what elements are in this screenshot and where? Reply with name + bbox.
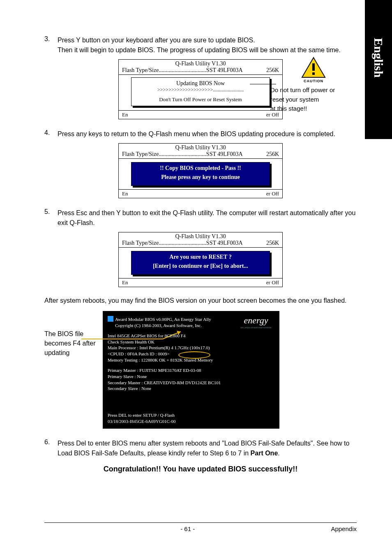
boot-l2: Copyright (C) 1984-2003, Award Software,…: [115, 323, 202, 328]
step-5-text: Press Esc and then Y button to exit the …: [58, 208, 357, 228]
qflash-foot-off-3: er Off: [266, 279, 279, 286]
boot-l4: Check System Health OK: [108, 339, 154, 344]
figure-reset: Q-Flash Utility V1.30 Flash Type/Size...…: [44, 232, 357, 287]
caution-line2: reset your system: [270, 96, 319, 103]
side-language-tab: English: [365, 0, 392, 139]
qflash-box-completed: Q-Flash Utility V1.30 Flash Type/Size...…: [118, 143, 283, 198]
boot-l6: <CPUID : 0F0A Patch ID : 0009>: [108, 351, 170, 356]
page-number: - 61 -: [180, 525, 195, 532]
qflash-body-3: Are you sure to RESET ? [Enter] to conti…: [119, 248, 282, 278]
caution-line3: at this stage!!: [270, 105, 307, 112]
congratulation-text: Congratulation!! You have updated BIOS s…: [44, 465, 357, 473]
main-content: 3. Press Y button on your keyboard after…: [44, 35, 357, 473]
language-label: English: [371, 38, 385, 78]
boot-l8: Primary Master : FUJITSU MPE3170AT ED-03…: [108, 368, 201, 373]
step-5: 5. Press Esc and then Y button to exit t…: [44, 208, 357, 228]
updating-progress: >>>>>>>>>>>>>>>>>>>>....................…: [134, 87, 267, 93]
boot-label: The BIOS file becomes F4 after updating: [44, 329, 98, 358]
svg-rect-2: [312, 72, 315, 75]
qflash-inner-completed: !! Copy BIOS completed - Pass !! Please …: [131, 162, 270, 186]
updating-warn: Don't Turn Off Power or Reset System: [134, 96, 267, 103]
qflash-box-reset: Q-Flash Utility V1.30 Flash Type/Size...…: [118, 232, 283, 287]
boot-block-4: Press DEL to enter SETUP / Q-Flash 03/18…: [108, 412, 274, 425]
qflash-foot-2: En er Off: [119, 189, 282, 198]
boot-l10: Secondary Master : CREATIVEDVD-RM DVD124…: [108, 380, 221, 385]
step-3: 3. Press Y button on your keyboard after…: [44, 35, 357, 55]
section-name: Appendix: [331, 525, 357, 532]
boot-l12: Press DEL to enter SETUP / Q-Flash: [108, 413, 175, 418]
step-6-textA: Press Del to enter BIOS menu after syste…: [58, 440, 349, 457]
figure-completed: Q-Flash Utility V1.30 Flash Type/Size...…: [44, 143, 357, 198]
qflash-flash-label-3: Flash Type/Size.........................…: [122, 240, 243, 246]
qflash-foot-3: En er Off: [119, 278, 282, 287]
svg-rect-1: [312, 63, 315, 71]
boot-l5: Main Processor : Intel Pentium(R) 4 1.7G…: [108, 345, 210, 350]
completed-line2: Please press any key to continue: [134, 174, 267, 181]
step-3-line2: Then it will begin to update BIOS. The p…: [58, 46, 341, 53]
step-3-number: 3.: [44, 35, 58, 55]
step-4: 4. Press any keys to return to the Q-Fla…: [44, 129, 357, 139]
boot-block-2: Intel 845GE AGPSet BIOS for 8GE800 F4 Ch…: [108, 333, 274, 363]
qflash-foot-en: En: [122, 111, 128, 118]
boot-l11: Secondary Slave : None: [108, 386, 151, 391]
qflash-flash-row-2: Flash Type/Size.........................…: [119, 151, 282, 159]
qflash-inner-reset: Are you sure to RESET ? [Enter] to conti…: [131, 251, 270, 275]
step-6-text: Press Del to enter BIOS menu after syste…: [58, 439, 357, 458]
qflash-flash-label: Flash Type/Size.........................…: [122, 67, 243, 74]
energy-text: energy: [237, 314, 275, 327]
caution-icon: [301, 57, 326, 78]
step-6-textB: Part One: [251, 450, 278, 457]
after-reboot-text: After system reboots, you may find the B…: [44, 297, 357, 304]
energy-logo: energy EPA POLLUTION PREVENTER: [237, 314, 275, 329]
qflash-body-2: !! Copy BIOS completed - Pass !! Please …: [119, 159, 282, 189]
page-footer: - 61 - Appendix: [44, 522, 357, 532]
step-3-line1: Press Y button on your keyboard after yo…: [58, 37, 255, 44]
step-5-number: 5.: [44, 208, 58, 228]
caution-label: CAUTION: [270, 79, 357, 83]
boot-l3: Intel 845GE AGPSet BIOS for 8GE800 F4: [108, 333, 185, 338]
qflash-title: Q-Flash Utility V1.30: [119, 60, 282, 67]
boot-row: The BIOS file becomes F4 after updating …: [44, 311, 357, 429]
updating-heading: Updating BIOS Now: [134, 80, 267, 87]
step-3-text: Press Y button on your keyboard after yo…: [58, 35, 341, 55]
boot-screen: energy EPA POLLUTION PREVENTER Award Mod…: [103, 311, 279, 429]
qflash-flash-row-3: Flash Type/Size.........................…: [119, 240, 282, 248]
caution-line1: Do not turn off power or: [270, 86, 335, 93]
qflash-title-3: Q-Flash Utility V1.30: [119, 232, 282, 240]
qflash-body: Updating BIOS Now >>>>>>>>>>>>>>>>>>>>..…: [119, 75, 282, 110]
boot-l9: Primary Slave : None: [108, 374, 147, 379]
qflash-flash-label-2: Flash Type/Size.........................…: [122, 151, 243, 158]
caution-text: Do not turn off power or reset your syst…: [270, 86, 357, 114]
qflash-foot-en-3: En: [122, 279, 128, 286]
step-6-textC: .: [278, 450, 279, 457]
qflash-flash-size-3: 256K: [266, 240, 279, 246]
qflash-box-updating: Q-Flash Utility V1.30 Flash Type/Size...…: [118, 59, 283, 119]
reset-line1: Are you sure to RESET ?: [134, 254, 267, 260]
step-6: 6. Press Del to enter BIOS menu after sy…: [44, 439, 357, 458]
boot-l13: 03/18/2003-I845GE-6A69YG01C-00: [108, 419, 176, 424]
step-6-number: 6.: [44, 439, 58, 458]
step-4-text: Press any keys to return to the Q-Flash …: [58, 129, 335, 139]
award-icon: [108, 316, 113, 322]
reset-line2: [Enter] to continure or [Esc] to abort..…: [134, 263, 267, 269]
qflash-flash-size-2: 256K: [266, 151, 279, 158]
step-4-number: 4.: [44, 129, 58, 139]
epa-text: EPA POLLUTION PREVENTER: [237, 327, 275, 330]
qflash-foot-off-2: er Off: [266, 190, 279, 197]
boot-l7: Memory Testing : 122880K OK + 8192K Shar…: [108, 357, 213, 362]
qflash-inner-updating: Updating BIOS Now >>>>>>>>>>>>>>>>>>>>..…: [131, 77, 270, 106]
qflash-foot: En er Off: [119, 110, 282, 119]
qflash-title-2: Q-Flash Utility V1.30: [119, 144, 282, 151]
qflash-flash-row: Flash Type/Size.........................…: [119, 67, 282, 75]
caution-block: CAUTION Do not turn off power or reset y…: [270, 57, 357, 114]
completed-line1: !! Copy BIOS completed - Pass !!: [134, 165, 267, 172]
boot-block-3: Primary Master : FUJITSU MPE3170AT ED-03…: [108, 367, 274, 392]
boot-l1: Award Modular BIOS v6.00PG, An Energy St…: [115, 317, 211, 322]
figure-updating: Q-Flash Utility V1.30 Flash Type/Size...…: [44, 59, 357, 119]
qflash-foot-en-2: En: [122, 190, 128, 197]
